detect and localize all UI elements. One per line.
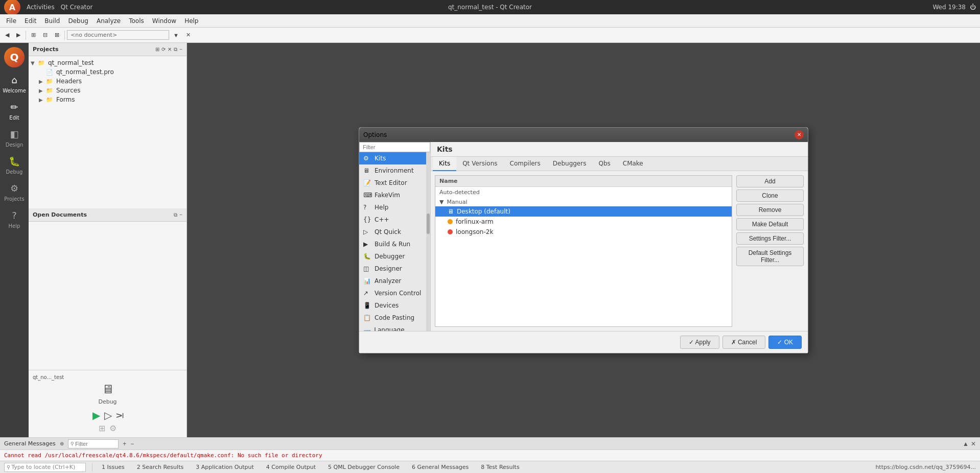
design-icon: ◧: [7, 127, 21, 141]
power-icon[interactable]: ⏻: [970, 4, 976, 11]
app-logo[interactable]: Q: [4, 47, 25, 67]
ok-btn[interactable]: ✓ OK: [768, 336, 802, 349]
nav-item-kits[interactable]: ⚙ Kits: [359, 152, 426, 164]
tab-qbs[interactable]: Qbs: [592, 157, 616, 171]
panel-filter-btn[interactable]: ⊞: [155, 46, 159, 53]
toolbar-forward-btn[interactable]: ▶: [13, 31, 24, 39]
dialog-filter-input[interactable]: [359, 142, 430, 152]
add-kit-btn[interactable]: Add: [736, 175, 804, 187]
nav-item-text-editor[interactable]: 📝 Text Editor: [359, 177, 426, 189]
sidebar-item-welcome[interactable]: ⌂ Welcome: [1, 69, 28, 97]
open-docs-float-btn[interactable]: ⧉: [174, 212, 177, 218]
run-btn[interactable]: ▶: [92, 409, 100, 421]
sidebar-item-debug[interactable]: 🐛 Debug: [1, 151, 28, 178]
tab-compilers[interactable]: Compilers: [504, 157, 547, 171]
clone-kit-btn[interactable]: Clone: [736, 190, 804, 202]
tree-item-root[interactable]: ▼ 📁 qt_normal_test: [29, 58, 186, 67]
bottom-remove-tab-btn[interactable]: −: [130, 440, 134, 447]
status-tab-general[interactable]: 6 General Messages: [409, 463, 472, 471]
nav-item-devices[interactable]: 📱 Devices: [359, 299, 426, 312]
nav-label-version-control: Version Control: [375, 290, 421, 297]
nav-item-environment[interactable]: 🖥 Environment: [359, 164, 426, 177]
cancel-btn[interactable]: ✗ Cancel: [722, 336, 766, 349]
apply-btn[interactable]: ✓ Apply: [680, 336, 719, 349]
tree-item-sources[interactable]: ▶ 📁 Sources: [29, 86, 186, 95]
panel-min-btn[interactable]: −: [179, 46, 182, 53]
settings-icon-btn[interactable]: ⚙: [109, 423, 116, 433]
menu-help[interactable]: Help: [180, 16, 202, 26]
status-tab-issues[interactable]: 1 Issues: [99, 463, 128, 471]
manual-collapse-arrow[interactable]: ▼: [439, 199, 444, 205]
toolbar-btn-1[interactable]: ⊞: [28, 31, 39, 39]
nav-item-help[interactable]: ? Help: [359, 201, 426, 214]
tab-debuggers[interactable]: Debuggers: [547, 157, 593, 171]
debug-run-btn[interactable]: ▷: [104, 409, 112, 421]
bottom-panel-add-btn[interactable]: ⊕: [60, 441, 64, 446]
status-tab-search[interactable]: 2 Search Results: [134, 463, 187, 471]
sidebar-item-projects[interactable]: ⚙ Projects: [1, 178, 28, 205]
nav-item-cpp[interactable]: {} C++: [359, 214, 426, 226]
remove-kit-btn[interactable]: Remove: [736, 204, 804, 216]
menu-debug[interactable]: Debug: [64, 16, 92, 26]
nav-item-version-control[interactable]: ↗ Version Control: [359, 287, 426, 299]
bottom-close-btn[interactable]: ✕: [971, 440, 976, 447]
nav-item-build-run[interactable]: ▶ Build & Run: [359, 238, 426, 250]
nav-item-code-pasting[interactable]: 📋 Code Pasting: [359, 312, 426, 324]
grid-btn[interactable]: ⊞: [99, 423, 105, 433]
open-docs-min-btn[interactable]: −: [179, 212, 182, 218]
doc-selector[interactable]: <no document>: [67, 30, 169, 40]
default-settings-filter-btn[interactable]: Default Settings Filter...: [736, 247, 804, 266]
sidebar-item-design[interactable]: ◧ Design: [1, 124, 28, 151]
kit-item-loongson-2k[interactable]: loongson-2k: [435, 227, 732, 237]
kit-item-forlinux-arm[interactable]: forlinux-arm: [435, 217, 732, 227]
make-default-kit-btn[interactable]: Make Default: [736, 218, 804, 230]
kit-label-forlinux-arm: forlinux-arm: [456, 218, 494, 225]
nav-scrollbar[interactable]: [426, 152, 430, 331]
bottom-add-tab-btn[interactable]: +: [123, 440, 126, 447]
menu-window[interactable]: Window: [148, 16, 180, 26]
nav-item-qt-quick[interactable]: ▷ Qt Quick: [359, 226, 426, 238]
panel-float-btn[interactable]: ⧉: [174, 46, 177, 53]
kit-item-desktop[interactable]: 🖥 Desktop (default): [435, 206, 732, 217]
dialog-close-btn[interactable]: ✕: [795, 130, 804, 139]
tab-qt-versions[interactable]: Qt Versions: [456, 157, 503, 171]
menu-file[interactable]: File: [2, 16, 20, 26]
nav-item-language-client[interactable]: 🔤 Language Client: [359, 324, 426, 331]
status-tab-app-output[interactable]: 3 Application Output: [193, 463, 257, 471]
tab-cmake[interactable]: CMake: [617, 157, 649, 171]
menu-build[interactable]: Build: [40, 16, 64, 26]
status-tab-compile[interactable]: 4 Compile Output: [263, 463, 319, 471]
menu-analyze[interactable]: Analyze: [92, 16, 125, 26]
panel-sync-btn[interactable]: ⟳: [161, 46, 166, 53]
tree-item-forms[interactable]: ▶ 📁 Forms: [29, 95, 186, 104]
locate-placeholder[interactable]: Type to locate (Ctrl+K): [11, 464, 75, 470]
nav-item-debugger[interactable]: 🐛 Debugger: [359, 250, 426, 263]
stop-btn[interactable]: ⊼: [113, 412, 126, 419]
menu-edit[interactable]: Edit: [20, 16, 40, 26]
panel-close-btn[interactable]: ✕: [168, 46, 172, 53]
nav-item-designer[interactable]: ◫ Designer: [359, 263, 426, 275]
settings-filter-btn[interactable]: Settings Filter...: [736, 232, 804, 245]
tree-item-headers[interactable]: ▶ 📁 Headers: [29, 77, 186, 86]
status-tab-qml[interactable]: 5 QML Debugger Console: [325, 463, 403, 471]
toolbar-btn-2[interactable]: ⊟: [40, 31, 51, 39]
tab-kits[interactable]: Kits: [433, 157, 456, 171]
sidebar-item-help[interactable]: ? Help: [1, 205, 28, 232]
nav-item-fakevim[interactable]: ⌨ FakeVim: [359, 189, 426, 201]
toolbar-btn-3[interactable]: ⊠: [52, 31, 62, 39]
activities-label[interactable]: Activities: [27, 4, 55, 11]
folder-icon-headers: 📁: [46, 78, 54, 85]
nav-item-analyzer[interactable]: 📊 Analyzer: [359, 275, 426, 287]
sidebar-item-edit[interactable]: ✏ Edit: [1, 97, 28, 124]
menu-tools[interactable]: Tools: [125, 16, 148, 26]
status-tab-test[interactable]: 8 Test Results: [478, 463, 522, 471]
qt-creator-label[interactable]: Qt Creator: [61, 4, 93, 11]
nav-label-debugger: Debugger: [375, 253, 405, 260]
tree-item-pro[interactable]: 📄 qt_normal_test.pro: [29, 67, 186, 77]
toolbar-close-doc[interactable]: ✕: [183, 31, 194, 39]
bottom-collapse-btn[interactable]: ▲: [963, 440, 969, 447]
help-nav-icon: ?: [363, 204, 371, 211]
toolbar-doc-nav[interactable]: ▼: [170, 31, 182, 39]
bottom-filter-input[interactable]: [75, 441, 116, 447]
toolbar-back-btn[interactable]: ◀: [2, 31, 12, 39]
